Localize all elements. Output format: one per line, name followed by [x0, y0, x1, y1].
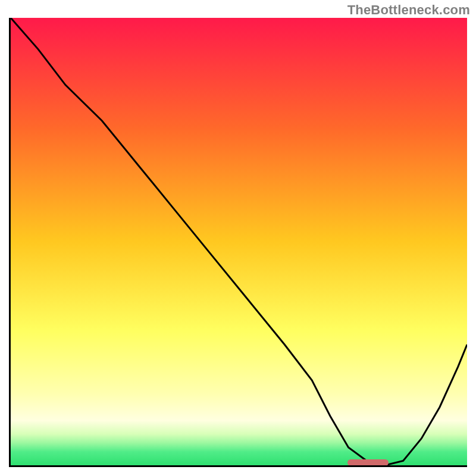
- plot-area: [9, 18, 467, 467]
- chart-svg: [11, 18, 467, 465]
- chart-container: TheBottleneck.com: [0, 0, 476, 476]
- gradient-background: [11, 18, 467, 465]
- optimum-marker: [347, 459, 389, 466]
- watermark-text: TheBottleneck.com: [347, 2, 470, 18]
